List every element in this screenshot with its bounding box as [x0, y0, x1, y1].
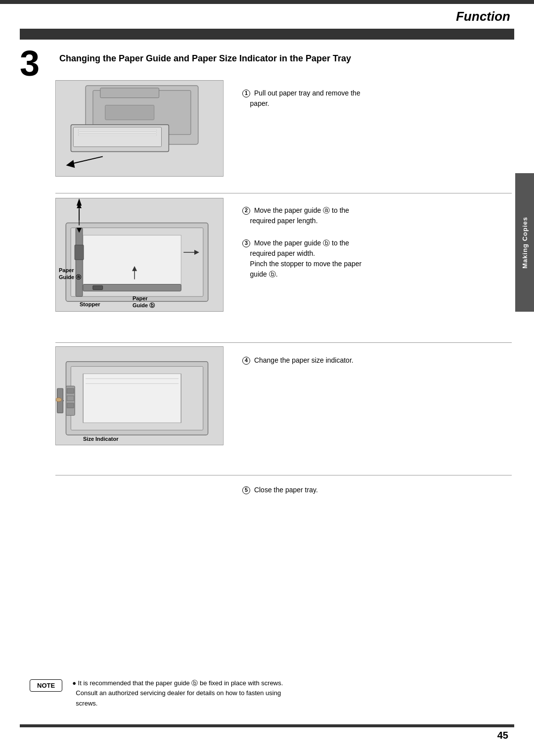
note-label: NOTE [30, 679, 62, 692]
instruction-area-4: 4 Change the paper size indicator. [242, 355, 507, 370]
svg-rect-36 [67, 403, 74, 408]
divider-1 [55, 193, 512, 193]
svg-rect-17 [75, 245, 84, 260]
note-section: NOTE ● It is recommended that the paper … [30, 678, 512, 709]
svg-rect-35 [67, 396, 74, 401]
svg-rect-11 [105, 105, 154, 120]
diagram-2: PaperGuide ⓐ PaperGuide ⓑ Stopper [55, 198, 223, 312]
svg-rect-7 [78, 130, 156, 131]
divider-2 [55, 342, 512, 343]
page-number: 45 [497, 730, 508, 741]
paper-guide-b-label: PaperGuide ⓑ [133, 295, 155, 309]
note-text: ● It is recommended that the paper guide… [72, 678, 283, 709]
diagram-1 [55, 80, 223, 177]
function-title: Function [456, 9, 510, 24]
sidebar-making-copies: Making Copies [515, 173, 534, 312]
chapter-title: Changing the Paper Guide and Paper Size … [59, 53, 351, 64]
chapter-number: 3 [20, 46, 40, 81]
instruction-1: 1 Pull out paper tray and remove the pap… [242, 88, 507, 109]
divider-3 [55, 475, 512, 475]
stopper-label: Stopper [80, 301, 100, 307]
instruction-4: 4 Change the paper size indicator. [242, 355, 507, 366]
top-bar [0, 0, 534, 4]
instruction-area-5: 5 Close the paper tray. [242, 485, 507, 499]
instruction-area-2-3: 2 Move the paper guide ⓐ to the required… [242, 205, 507, 284]
svg-rect-8 [78, 132, 156, 133]
svg-point-43 [56, 398, 62, 402]
svg-rect-16 [76, 228, 83, 296]
bottom-bar [20, 724, 514, 727]
svg-rect-10 [100, 88, 159, 98]
svg-rect-15 [83, 235, 181, 289]
svg-rect-32 [83, 374, 181, 423]
size-indicator-label: Size Indicator [83, 436, 119, 442]
section-bar [20, 29, 514, 40]
instruction-area-1: 1 Pull out paper tray and remove the pap… [242, 88, 507, 113]
instruction-5: 5 Close the paper tray. [242, 485, 507, 495]
svg-rect-34 [67, 388, 74, 393]
paper-guide-a-label: PaperGuide ⓐ [59, 267, 81, 281]
svg-rect-9 [78, 135, 156, 136]
svg-rect-20 [93, 285, 103, 289]
diagram-3: Size Indicator [55, 346, 223, 445]
instruction-3: 3 Move the paper guide ⓑ to the required… [242, 238, 507, 280]
sidebar-label: Making Copies [521, 217, 529, 269]
instruction-2: 2 Move the paper guide ⓐ to the required… [242, 205, 507, 226]
